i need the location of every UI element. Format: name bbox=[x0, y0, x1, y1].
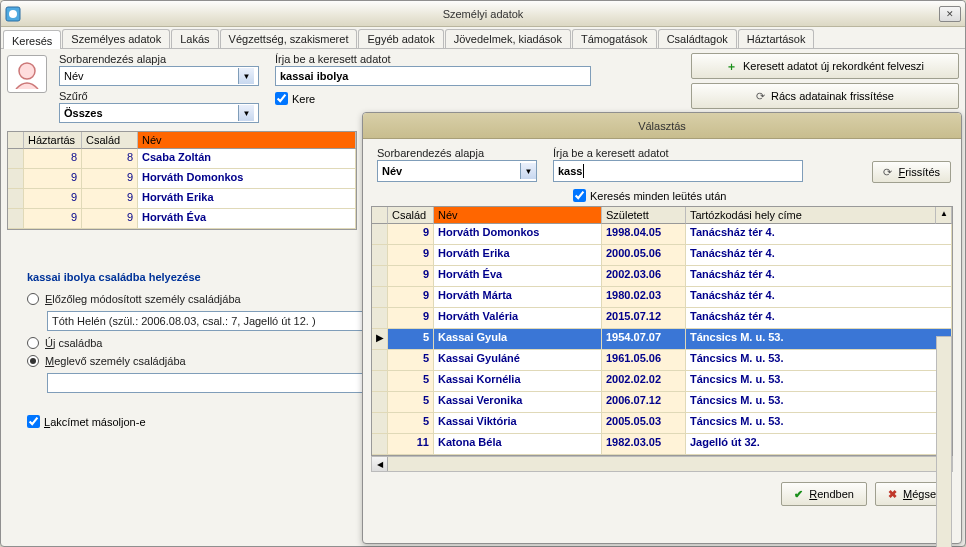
copy-address-label: Lakcímet másoljon-e bbox=[44, 416, 146, 428]
titlebar[interactable]: Személyi adatok ✕ bbox=[1, 1, 965, 27]
radio-previous-family-label: Előzőleg módosított személy családjába bbox=[45, 293, 241, 305]
cancel-button-label: Mégse bbox=[903, 488, 936, 500]
sel-search-input[interactable]: kass bbox=[553, 160, 803, 182]
sel-refresh-button[interactable]: ⟳ Frissítés bbox=[872, 161, 951, 183]
add-as-new-record-button[interactable]: ＋ Keresett adatot új rekordként felveszi bbox=[691, 53, 959, 79]
row-indicator bbox=[8, 189, 24, 209]
tab-lak-s[interactable]: Lakás bbox=[171, 29, 218, 48]
search-input-value: kassai ibolya bbox=[280, 70, 349, 82]
table-row[interactable]: 5Kassai Gyuláné1961.05.06Táncsics M. u. … bbox=[372, 350, 952, 371]
row-indicator bbox=[8, 169, 24, 189]
selection-title[interactable]: Választás bbox=[363, 113, 961, 139]
table-row[interactable]: 9Horváth Domonkos1998.04.05Tanácsház tér… bbox=[372, 224, 952, 245]
cell-szuletett: 1980.02.03 bbox=[602, 287, 686, 308]
table-row[interactable]: 9Horváth Éva2002.03.06Tanácsház tér 4. bbox=[372, 266, 952, 287]
search-every-keystroke-label: Kere bbox=[292, 93, 315, 105]
cell-nev: Horváth Erika bbox=[138, 189, 356, 209]
cell-szuletett: 1982.03.05 bbox=[602, 434, 686, 455]
selection-window: Választás Sorbarendezés alapja Név ▼ Írj… bbox=[362, 112, 962, 544]
tab-csal-dtagok[interactable]: Családtagok bbox=[658, 29, 737, 48]
table-row[interactable]: ▶5Kassai Gyula1954.07.07Táncsics M. u. 5… bbox=[372, 329, 952, 350]
table-row[interactable]: 5Kassai Viktória2005.05.03Táncsics M. u.… bbox=[372, 413, 952, 434]
row-indicator-header bbox=[372, 207, 388, 224]
avatar-icon bbox=[7, 55, 47, 93]
tab-t-mogat-sok[interactable]: Támogatások bbox=[572, 29, 657, 48]
main-grid[interactable]: Háztartás Család Név 88Csaba Zoltán99Hor… bbox=[7, 131, 357, 230]
cell-csalad: 5 bbox=[388, 413, 434, 434]
col-nev[interactable]: Név bbox=[434, 207, 602, 224]
cell-haztartas: 9 bbox=[24, 189, 82, 209]
close-button[interactable]: ✕ bbox=[939, 6, 961, 22]
cell-csalad: 11 bbox=[388, 434, 434, 455]
selection-v-scrollbar[interactable]: ▲ ▼ bbox=[936, 336, 952, 547]
table-row[interactable]: 5Kassai Kornélia2002.02.02Táncsics M. u.… bbox=[372, 371, 952, 392]
tab-h-ztart-sok[interactable]: Háztartások bbox=[738, 29, 815, 48]
cell-csalad: 5 bbox=[388, 350, 434, 371]
row-indicator bbox=[372, 224, 388, 245]
sel-every-keystroke-checkbox[interactable] bbox=[573, 189, 586, 202]
table-row[interactable]: 99Horváth Erika bbox=[8, 189, 356, 209]
row-indicator bbox=[372, 287, 388, 308]
table-row[interactable]: 99Horváth Domonkos bbox=[8, 169, 356, 189]
sel-sort-value: Név bbox=[382, 165, 402, 177]
selection-h-scrollbar[interactable]: ◀ ▶ bbox=[371, 456, 953, 472]
scroll-left-button[interactable]: ◀ bbox=[372, 457, 388, 471]
text-caret bbox=[583, 164, 584, 178]
scroll-up-button[interactable]: ▲ bbox=[936, 207, 952, 224]
table-row[interactable]: 5Kassai Veronika2006.07.12Táncsics M. u.… bbox=[372, 392, 952, 413]
row-indicator bbox=[372, 434, 388, 455]
row-indicator: ▶ bbox=[372, 329, 388, 350]
tab-keres-s[interactable]: Keresés bbox=[3, 30, 61, 49]
sort-combo-value: Név bbox=[64, 70, 84, 82]
cell-nev: Kassai Kornélia bbox=[434, 371, 602, 392]
sel-sort-combo[interactable]: Név ▼ bbox=[377, 160, 537, 182]
filter-combo-value: Összes bbox=[64, 107, 103, 119]
col-address[interactable]: Tartózkodási hely címe bbox=[686, 207, 936, 224]
filter-combo[interactable]: Összes ▼ bbox=[59, 103, 259, 123]
cell-csalad: 9 bbox=[388, 287, 434, 308]
sel-every-keystroke-label: Keresés minden leütés után bbox=[590, 190, 726, 202]
sort-combo[interactable]: Név ▼ bbox=[59, 66, 259, 86]
cell-csalad: 5 bbox=[388, 392, 434, 413]
col-csalad[interactable]: Család bbox=[82, 132, 138, 149]
table-row[interactable]: 9Horváth Erika2000.05.06Tanácsház tér 4. bbox=[372, 245, 952, 266]
col-haztartas[interactable]: Háztartás bbox=[24, 132, 82, 149]
table-row[interactable]: 9Horváth Márta1980.02.03Tanácsház tér 4. bbox=[372, 287, 952, 308]
cell-address: Tanácsház tér 4. bbox=[686, 266, 952, 287]
cell-szuletett: 1998.04.05 bbox=[602, 224, 686, 245]
col-csalad[interactable]: Család bbox=[388, 207, 434, 224]
col-nev[interactable]: Név bbox=[138, 132, 356, 149]
row-indicator bbox=[372, 392, 388, 413]
tab-j-vedelmek-kiad-sok[interactable]: Jövedelmek, kiadások bbox=[445, 29, 571, 48]
col-szuletett[interactable]: Született bbox=[602, 207, 686, 224]
table-row[interactable]: 11Katona Béla1982.03.05Jagelló út 32. bbox=[372, 434, 952, 455]
refresh-grid-button[interactable]: ⟳ Rács adatainak frissítése bbox=[691, 83, 959, 109]
cell-address: Táncsics M. u. 53. bbox=[686, 371, 952, 392]
tab-v-gzetts-g-szakismeret[interactable]: Végzettség, szakismeret bbox=[220, 29, 358, 48]
existing-family-input[interactable] bbox=[47, 373, 377, 393]
plus-icon: ＋ bbox=[726, 59, 737, 74]
cell-szuletett: 2002.03.06 bbox=[602, 266, 686, 287]
cell-nev: Horváth Éva bbox=[138, 209, 356, 229]
cell-szuletett: 2015.07.12 bbox=[602, 308, 686, 329]
radio-icon bbox=[27, 293, 39, 305]
row-indicator-header bbox=[8, 132, 24, 149]
search-input[interactable]: kassai ibolya bbox=[275, 66, 591, 86]
cell-szuletett: 2002.02.02 bbox=[602, 371, 686, 392]
table-row[interactable]: 9Horváth Valéria2015.07.12Tanácsház tér … bbox=[372, 308, 952, 329]
x-icon: ✖ bbox=[888, 488, 897, 501]
copy-address-checkbox[interactable] bbox=[27, 415, 40, 428]
table-row[interactable]: 99Horváth Éva bbox=[8, 209, 356, 229]
table-row[interactable]: 88Csaba Zoltán bbox=[8, 149, 356, 169]
search-every-keystroke-checkbox[interactable] bbox=[275, 92, 288, 105]
tab-szem-lyes-adatok[interactable]: Személyes adatok bbox=[62, 29, 170, 48]
chevron-down-icon: ▼ bbox=[238, 105, 254, 121]
ok-button[interactable]: ✔ Rendben bbox=[781, 482, 867, 506]
tab-egy-b-adatok[interactable]: Egyéb adatok bbox=[358, 29, 443, 48]
row-indicator bbox=[372, 308, 388, 329]
selection-grid[interactable]: Család Név Született Tartózkodási hely c… bbox=[371, 206, 953, 456]
cell-address: Jagelló út 32. bbox=[686, 434, 952, 455]
add-as-new-record-label: Keresett adatot új rekordként felveszi bbox=[743, 60, 924, 72]
row-indicator bbox=[372, 413, 388, 434]
cell-address: Tanácsház tér 4. bbox=[686, 245, 952, 266]
